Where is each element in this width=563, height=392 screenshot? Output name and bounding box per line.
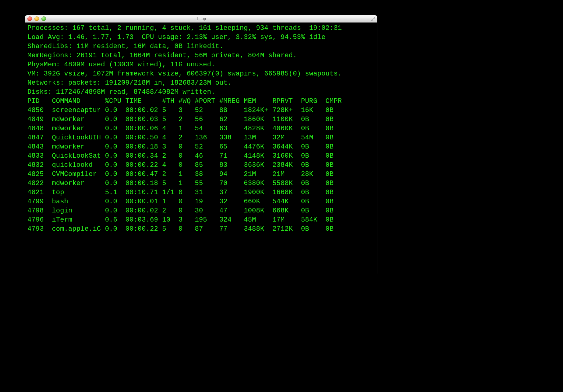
window-title: 1. top xyxy=(25,16,377,21)
process-row: 4821 top 5.1 00:10.71 1/1 0 31 37 1900K … xyxy=(27,188,375,197)
process-row: 4833 QuickLookSat 0.0 00:00.34 2 0 46 71… xyxy=(27,152,375,161)
titlebar[interactable]: 1. top xyxy=(25,15,377,23)
desktop: { "window": { "title": "1. top" }, "summ… xyxy=(0,0,563,392)
process-row: 4793 com.apple.iC 0.0 00:00.22 5 0 87 77… xyxy=(27,225,375,234)
summary-line: Load Avg: 1.46, 1.77, 1.73 CPU usage: 2.… xyxy=(27,33,375,42)
process-row: 4796 iTerm 0.6 00:03.69 10 3 195 324 45M… xyxy=(27,215,375,225)
process-row: 4822 mdworker 0.0 00:00.18 5 1 55 70 638… xyxy=(27,179,375,188)
fullscreen-icon[interactable] xyxy=(370,16,375,21)
process-row: 4825 CVMCompiler 0.0 00:00.47 2 1 38 94 … xyxy=(27,170,375,179)
summary-line: Networks: packets: 191209/218M in, 18268… xyxy=(27,79,375,88)
zoom-icon[interactable] xyxy=(41,16,46,21)
process-row: 4843 mdworker 0.0 00:00.18 3 0 52 65 447… xyxy=(27,142,375,152)
traffic-lights xyxy=(27,16,46,21)
process-row: 4832 quicklookd 0.0 00:00.22 4 0 85 83 3… xyxy=(27,161,375,170)
process-table-header: PID COMMAND %CPU TIME #TH #WQ #PORT #MRE… xyxy=(27,97,375,106)
minimize-icon[interactable] xyxy=(34,16,39,21)
summary-line: Processes: 167 total, 2 running, 4 stuck… xyxy=(27,24,375,33)
summary-line: PhysMem: 4809M used (1303M wired), 11G u… xyxy=(27,60,375,69)
process-row: 4847 QuickLookUIH 0.0 00:00.50 4 2 136 3… xyxy=(27,133,375,142)
process-row: 4799 bash 0.0 00:00.01 1 0 19 32 660K 54… xyxy=(27,197,375,206)
terminal-window: 1. top Processes: 167 total, 2 running, … xyxy=(25,15,377,274)
summary-line: MemRegions: 26191 total, 1664M resident,… xyxy=(27,51,375,60)
terminal-output[interactable]: Processes: 167 total, 2 running, 4 stuck… xyxy=(25,23,377,235)
summary-line: SharedLibs: 11M resident, 16M data, 0B l… xyxy=(27,42,375,51)
process-row: 4798 login 0.0 00:00.02 2 0 30 47 1008K … xyxy=(27,206,375,215)
process-row: 4848 mdworker 0.0 00:00.06 4 1 54 63 482… xyxy=(27,124,375,133)
close-icon[interactable] xyxy=(27,16,32,21)
summary-line: VM: 392G vsize, 1072M framework vsize, 6… xyxy=(27,69,375,79)
process-row: 4850 screencaptur 0.0 00:00.02 5 3 52 88… xyxy=(27,106,375,115)
summary-line: Disks: 117246/4898M read, 87488/4082M wr… xyxy=(27,88,375,97)
process-row: 4849 mdworker 0.0 00:00.03 5 2 56 62 186… xyxy=(27,115,375,124)
